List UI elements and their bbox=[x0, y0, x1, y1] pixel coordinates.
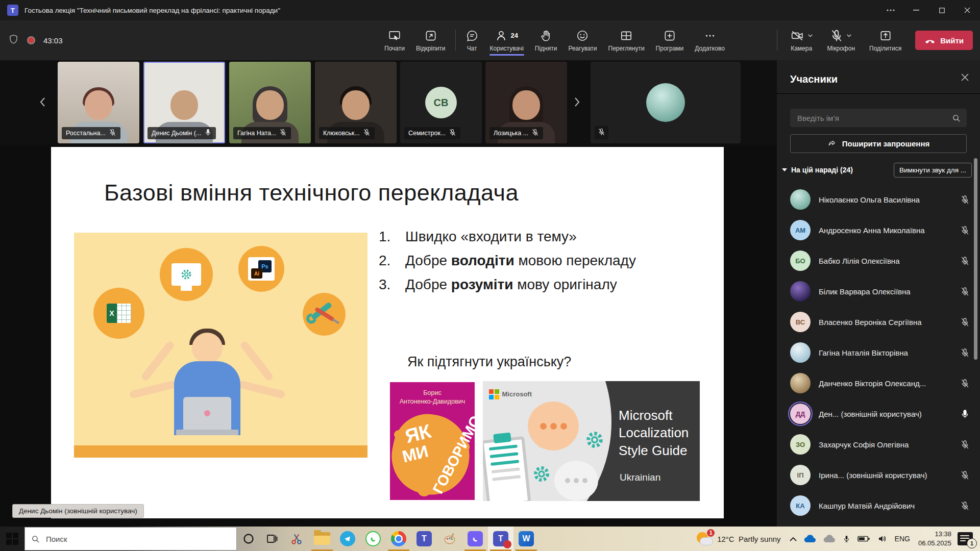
laptop-base bbox=[176, 430, 238, 435]
viber-icon[interactable] bbox=[462, 527, 488, 551]
participant-row[interactable]: АМАндросенко Анна Миколаївна bbox=[777, 215, 980, 245]
cortana-icon[interactable] bbox=[237, 527, 260, 551]
participant-name: Ніколаєнко Ольга Василівна bbox=[819, 195, 959, 204]
taskbar-date: 06.05.2025 bbox=[918, 539, 951, 548]
mic-on-icon[interactable] bbox=[959, 409, 971, 419]
panel-scrollbar[interactable] bbox=[974, 158, 977, 360]
language-indicator[interactable]: ENG bbox=[891, 527, 914, 551]
mic-off-icon[interactable] bbox=[959, 440, 971, 449]
search-icon bbox=[952, 114, 961, 122]
previous-tiles-arrow[interactable] bbox=[36, 92, 49, 112]
mic-off-icon[interactable] bbox=[959, 379, 971, 388]
slide-title: Базові вміння технічного перекладача bbox=[104, 180, 519, 206]
minimize-icon[interactable] bbox=[903, 0, 929, 20]
task-view-icon[interactable] bbox=[260, 527, 284, 551]
notification-center-icon[interactable]: 1 bbox=[958, 532, 973, 545]
video-tile-name-tag: Гагіна Ната... bbox=[233, 127, 291, 139]
video-tile-name-tag: Росстальна... bbox=[62, 127, 120, 139]
section-caret-icon[interactable] bbox=[782, 168, 787, 172]
more-options-icon[interactable] bbox=[878, 0, 903, 20]
video-tile[interactable]: Лозицька ... bbox=[485, 62, 567, 143]
system-tray: 1 12°C Partly sunny ENG bbox=[691, 527, 980, 551]
leave-button[interactable]: Вийти bbox=[915, 31, 973, 50]
next-tiles-arrow[interactable] bbox=[571, 92, 584, 112]
start-button[interactable] bbox=[0, 527, 24, 551]
view-grid-icon bbox=[620, 29, 633, 42]
toolbar-right: Камера Мікрофон Поділитися Вийти bbox=[773, 20, 973, 60]
video-tile-name: Клюковськ... bbox=[323, 130, 360, 137]
mic-off-icon[interactable] bbox=[959, 287, 971, 296]
chevron-down-icon bbox=[807, 34, 813, 38]
mute-all-button[interactable]: Вимкнути звук для ... bbox=[894, 163, 972, 178]
participant-row[interactable]: ІПІрина... (зовнішній користувач) bbox=[777, 460, 980, 490]
video-tile[interactable]: Росстальна... bbox=[58, 62, 139, 143]
teams-icon[interactable]: T bbox=[411, 527, 437, 551]
volume-icon[interactable] bbox=[873, 527, 891, 551]
mic-off-icon[interactable] bbox=[959, 348, 971, 358]
word-icon[interactable]: W bbox=[513, 527, 539, 551]
maximize-icon[interactable] bbox=[929, 0, 954, 20]
microphone-tray-icon[interactable] bbox=[839, 527, 854, 551]
participant-row[interactable]: Ніколаєнко Ольга Василівна bbox=[777, 184, 980, 215]
cover-subtitle: Ukrainian bbox=[620, 472, 660, 483]
slide-list-item: 1.Швидко «входити в тему» bbox=[379, 224, 636, 248]
chrome-icon[interactable] bbox=[386, 527, 411, 551]
share-button[interactable]: Поділитися bbox=[864, 24, 907, 57]
participant-row[interactable]: Білик Варвара Олексіївна bbox=[777, 276, 980, 307]
camera-button[interactable]: Камера bbox=[785, 24, 819, 57]
clipboard-icon bbox=[483, 436, 531, 501]
more-actions-button[interactable]: Додатково bbox=[689, 24, 730, 57]
close-icon[interactable] bbox=[954, 0, 980, 20]
explorer-icon[interactable] bbox=[309, 527, 335, 551]
mic-off-icon[interactable] bbox=[959, 195, 971, 205]
video-tile[interactable] bbox=[591, 62, 741, 143]
participant-row[interactable]: Данченко Вікторія Олександ... bbox=[777, 368, 980, 398]
onedrive-icon[interactable] bbox=[800, 527, 820, 551]
taskbar-clock[interactable]: 13:38 06.05.2025 bbox=[914, 530, 955, 547]
participant-avatar bbox=[790, 342, 811, 363]
participant-row[interactable]: ЗОЗахарчук Софія Олегівна bbox=[777, 429, 980, 460]
unpin-button[interactable]: Відкріпити bbox=[410, 24, 451, 57]
windows-logo-icon bbox=[6, 533, 18, 545]
react-button[interactable]: Реагувати bbox=[562, 24, 602, 57]
video-tile[interactable]: Клюковськ... bbox=[315, 62, 397, 143]
mic-off-icon[interactable] bbox=[959, 256, 971, 266]
taskbar-search-input[interactable] bbox=[45, 534, 230, 544]
participant-row[interactable]: БОБабко Лілія Олексіївна bbox=[777, 245, 980, 276]
participant-search[interactable] bbox=[790, 109, 967, 127]
battery-icon[interactable] bbox=[854, 527, 873, 551]
mic-off-icon[interactable] bbox=[959, 317, 971, 327]
chat-button[interactable]: Чат bbox=[460, 24, 484, 57]
paint-icon[interactable] bbox=[437, 527, 462, 551]
share-invite-button[interactable]: Поширити запрошення bbox=[790, 134, 967, 153]
cloud-icon[interactable] bbox=[820, 527, 839, 551]
teams-active-icon[interactable]: T bbox=[488, 527, 513, 551]
video-tile-name: Семистрок... bbox=[408, 130, 446, 137]
participant-search-input[interactable] bbox=[796, 113, 952, 123]
microphone-button[interactable]: Мікрофон bbox=[822, 24, 861, 57]
apps-button[interactable]: Програми bbox=[650, 24, 690, 57]
video-tile-active-speaker[interactable]: Денис Дьомін (... bbox=[143, 62, 225, 143]
video-tile[interactable]: СВ Семистрок... bbox=[400, 62, 482, 143]
snip-icon[interactable] bbox=[284, 527, 309, 551]
view-button[interactable]: Переглянути bbox=[603, 24, 650, 57]
excel-icon: X bbox=[93, 288, 144, 339]
participant-row[interactable]: Гагіна Наталія Вікторівна bbox=[777, 337, 980, 368]
start-presenting-button[interactable]: Почати bbox=[379, 24, 410, 57]
participant-row[interactable]: ВСВласенко Вероніка Сергіївна bbox=[777, 307, 980, 337]
mic-off-icon[interactable] bbox=[959, 501, 971, 511]
mic-off-icon[interactable] bbox=[959, 226, 971, 235]
whatsapp-icon[interactable] bbox=[360, 527, 386, 551]
video-tile[interactable]: Гагіна Ната... bbox=[229, 62, 311, 143]
participants-button[interactable]: 24 Користувачі bbox=[484, 24, 529, 57]
taskbar-search[interactable] bbox=[24, 527, 237, 550]
participant-row[interactable]: ДДДен... (зовнішній користувач) bbox=[777, 398, 980, 429]
raise-hand-button[interactable]: Підняти bbox=[529, 24, 563, 57]
close-panel-icon[interactable] bbox=[961, 73, 969, 83]
telegram-icon[interactable] bbox=[335, 527, 360, 551]
participant-row[interactable]: КАКашпур Матвій Андрійович bbox=[777, 490, 980, 521]
weather-widget[interactable]: 1 12°C Partly sunny bbox=[691, 531, 786, 546]
mic-off-icon[interactable] bbox=[959, 470, 971, 480]
show-hidden-icons-chevron[interactable] bbox=[786, 527, 800, 551]
photo-avatar bbox=[646, 83, 685, 122]
